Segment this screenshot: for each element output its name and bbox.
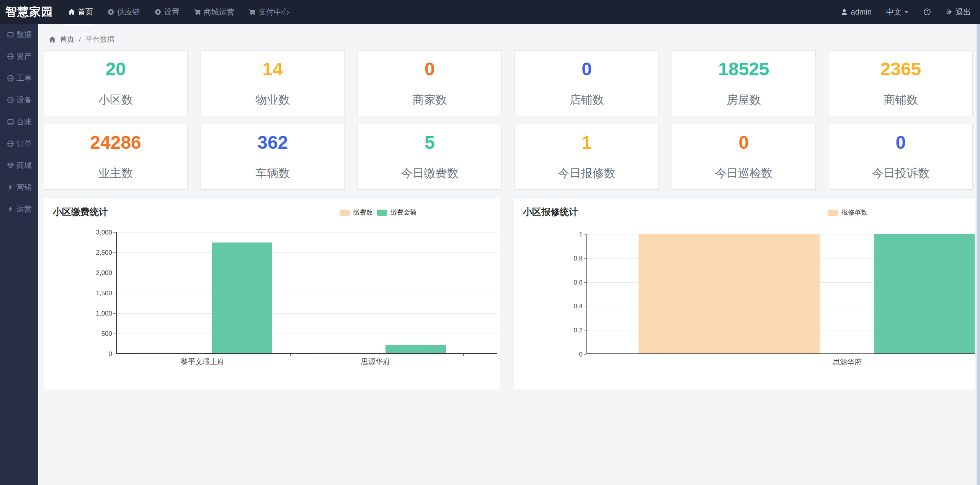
sidebar-item-label: 设备 [16,95,32,105]
bolt-icon [7,205,14,213]
x-tick [463,354,464,356]
nav-item-settings[interactable]: 设置 [155,7,180,17]
stat-value: 362 [201,133,344,152]
y-tick-label: 1,500 [96,290,112,296]
bar-repair-count-1[interactable] [639,234,820,353]
y-tick [113,334,116,334]
stat-card: 0商家数 [358,50,501,116]
sidebar-item-label: 商城 [16,160,32,171]
logout-button[interactable]: 退出 [946,7,971,17]
sidebar-item-label: 台账 [16,117,32,127]
sidebar-item-data[interactable]: 数据 [0,24,38,46]
stat-value: 5 [358,133,501,152]
gem-icon [7,162,14,169]
y-tick [113,313,116,314]
sidebar-item-devices[interactable]: 设备 [0,89,38,111]
display-icon [7,118,14,125]
y-tick [584,234,586,234]
stat-card: 5今日缴费数 [358,124,501,190]
language-selector[interactable]: 中文 [886,7,909,17]
legend-item[interactable]: 缴费数 [340,208,373,217]
globe-icon [7,75,14,82]
legend-label: 缴费金额 [390,208,416,217]
bolt-icon [7,184,14,191]
chart-title-repair: 小区报修统计 [523,206,578,218]
y-tick [584,354,586,355]
scrollbar[interactable] [977,24,980,485]
category-label: 黎平文璟上府 [153,357,252,367]
nav-item-payment-center[interactable]: 支付中心 [249,7,289,17]
display-icon [7,31,14,38]
stat-label: 车辆数 [201,168,344,179]
y-tick [113,232,116,233]
y-axis [586,234,587,354]
stat-value: 24286 [44,133,187,152]
bar-payment-amount-2[interactable] [385,345,446,353]
stat-value: 0 [829,133,972,152]
cart-icon [194,8,201,15]
nav-item-label: 支付中心 [258,7,289,17]
user-menu[interactable]: admin [841,8,872,16]
stat-card: 362车辆数 [201,124,345,190]
globe-icon [7,140,14,147]
chart-title-payment: 小区缴费统计 [53,206,108,218]
stat-label: 店铺数 [515,94,658,106]
chart-plot-repair: 00.20.40.60.81 [586,234,975,354]
breadcrumb-current: 平台数据 [85,34,114,44]
category-label: 思源华府 [797,357,897,367]
bar-repair-extra-1[interactable] [874,234,975,353]
nav-item-mall-operation[interactable]: 商城运营 [194,7,234,17]
y-tick-label: 1 [579,231,583,238]
sidebar-item-label: 资产 [16,51,32,62]
stat-value: 0 [358,60,501,78]
tab-strip [63,24,94,26]
chart-legend-repair: 报修单数 [828,208,871,217]
logout-icon [946,8,952,15]
nav-item-home[interactable]: 首页 [68,7,93,17]
y-tick-label: 0 [109,351,112,357]
stat-value: 18525 [672,60,815,78]
sidebar-item-mall[interactable]: 商城 [0,155,38,176]
chart-plot-payment: 05001,0001,5002,0002,5003,000 [116,232,497,354]
sidebar-item-ledger[interactable]: 台账 [0,111,38,133]
nav-menu: 首页 供应链 设置 商城运营 支付中心 [68,7,304,17]
chart-panel-repair: 小区报修统计 报修单数 00.20.40.60.81 思源华府 [514,199,975,389]
stat-label: 物业数 [201,94,344,106]
legend-label: 缴费数 [353,208,373,217]
bar-payment-amount-1[interactable] [212,242,272,353]
y-tick-label: 0.6 [573,279,583,286]
breadcrumb-home[interactable]: 首页 [60,34,74,44]
sidebar-item-work-orders[interactable]: 工单 [0,67,38,89]
y-tick-label: 0.8 [573,255,583,262]
stat-card: 0今日巡检数 [672,124,816,190]
sidebar-item-operations[interactable]: 运营 [0,198,38,220]
nav-item-label: 设置 [164,7,180,17]
sidebar-item-marketing[interactable]: 营销 [0,176,38,198]
y-tick-label: 0.2 [573,327,583,334]
stat-card: 18525房屋数 [672,50,816,116]
home-icon [68,8,75,15]
app-logo: 智慧家园 [5,4,53,20]
stat-cards: 20小区数14物业数0商家数0店铺数18525房屋数2365商铺数24286业主… [44,50,973,190]
legend-item[interactable]: 报修单数 [828,208,867,217]
home-icon [49,36,56,43]
globe-icon [7,96,14,104]
stat-card: 0店铺数 [514,50,658,116]
sidebar-item-orders[interactable]: 订单 [0,133,38,155]
top-navbar: 智慧家园 首页 供应链 设置 商城运营 支付中心 admin 中文 [0,0,980,24]
y-tick-label: 3,000 [96,229,112,236]
nav-item-label: 首页 [78,7,93,17]
stat-value: 0 [672,133,815,152]
stat-label: 业主数 [44,168,187,179]
help-button[interactable]: ? [923,8,931,16]
y-tick [584,258,586,259]
stat-card: 20小区数 [44,50,188,116]
caret-down-icon [904,10,909,15]
y-tick [584,306,586,306]
sidebar-item-label: 营销 [16,182,32,192]
nav-item-supply-chain[interactable]: 供应链 [108,7,140,17]
y-tick-label: 1,000 [96,310,112,317]
sidebar-item-assets[interactable]: 资产 [0,46,38,67]
stat-value: 14 [201,60,344,78]
legend-item[interactable]: 缴费金额 [377,208,416,217]
